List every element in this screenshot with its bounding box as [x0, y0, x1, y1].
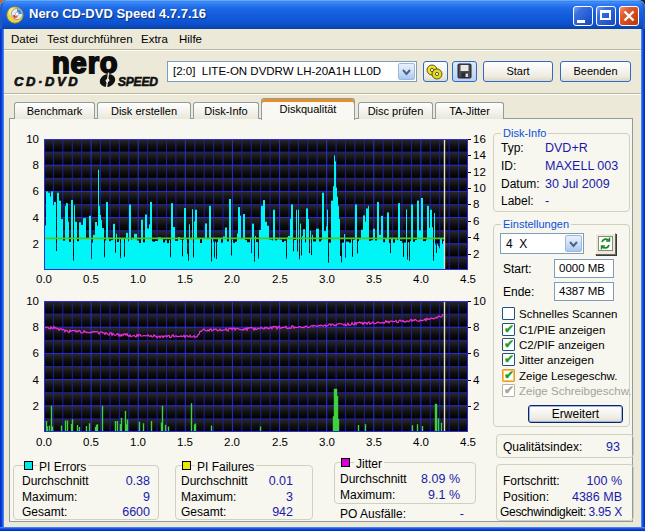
svg-text:SPEED: SPEED: [118, 75, 158, 89]
svg-text:CD·DVD: CD·DVD: [14, 74, 80, 89]
